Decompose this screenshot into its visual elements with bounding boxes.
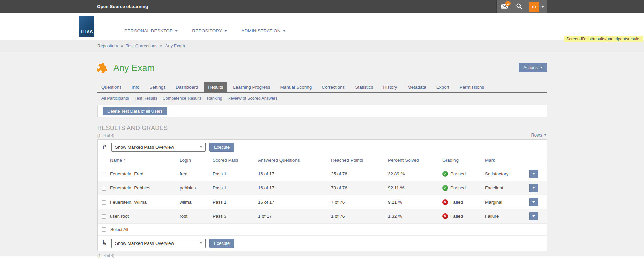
row-checkbox[interactable] [102,172,106,176]
column-header-label: Name [110,158,122,163]
chevron-down-icon [540,67,543,68]
answered-questions: 1 of 17 [258,209,331,223]
row-actions-dropdown-button[interactable] [529,198,538,206]
row-actions-dropdown-button[interactable] [529,212,538,220]
bulk-action-selected-value: Show Marked Pass Overview [115,145,174,150]
admin-toolbar: Delete Test Data of all Users [97,105,547,117]
column-header-reached-points[interactable]: Reached Points [331,155,388,167]
subtab-competence-results[interactable]: Competence Results [163,96,202,101]
topbar-buttons: 2 ro [496,0,547,13]
bulk-action-select-bottom[interactable]: Show Marked Pass Overview ▼ [111,239,206,248]
breadcrumb-item-test-corrections[interactable]: Test Corrections [126,43,157,48]
grading: ✕Failed [442,199,485,205]
row-checkbox[interactable] [102,200,106,205]
user-menu-button[interactable]: ro [526,0,547,13]
column-header-label: Answered Questions [258,158,300,163]
breadcrumb-item-repository[interactable]: Repository [97,43,118,48]
nav-item-personal-desktop[interactable]: PERSONAL DESKTOP [124,28,178,33]
grading: ✓Passed [442,185,485,191]
mail-button[interactable]: 2 [496,0,512,13]
select-caret-icon: ▼ [200,242,202,245]
nav-item-label: ADMINISTRATION [241,28,280,33]
ilias-screen: Open Source eLearning 2 [0,0,644,271]
tab-learning-progress[interactable]: Learning Progress [229,82,274,92]
column-header-mark[interactable]: Mark [485,155,529,167]
nav-item-repository[interactable]: REPOSITORY [192,28,227,33]
tab-bar: QuestionsInfoSettingsDashboardResultsLea… [97,82,547,93]
tab-permissions[interactable]: Permissions [455,82,488,92]
grading: ✕Failed [442,213,485,219]
nav-item-label: REPOSITORY [192,28,222,33]
topbar: Open Source eLearning 2 [0,0,644,13]
breadcrumb-item-any-exam[interactable]: Any Exam [165,43,185,48]
search-button[interactable] [512,0,526,13]
chevron-down-icon [532,187,535,189]
subtab-all-participants[interactable]: All Participants [101,96,129,101]
answered-questions: 16 of 17 [258,195,331,209]
column-header-login[interactable]: Login [180,155,213,167]
tab-info[interactable]: Info [128,82,144,92]
row-actions-dropdown-button[interactable] [529,170,538,178]
actions-button[interactable]: Actions [519,63,547,72]
chevron-down-icon [175,30,178,32]
execute-button-top[interactable]: Execute [209,143,234,152]
tab-results[interactable]: Results [204,82,227,92]
tab-history[interactable]: History [379,82,401,92]
table-title: RESULTS AND GRADES [97,125,547,132]
tab-dashboard[interactable]: Dashboard [172,82,202,92]
answered-questions: 16 of 17 [258,181,331,195]
column-header-name[interactable]: Name↑ [110,155,180,167]
tab-corrections[interactable]: Corrections [318,82,349,92]
scored-pass: Pass 1 [213,181,258,195]
tab-manual-scoring[interactable]: Manual Scoring [276,82,316,92]
table-row: Feuerstein, PebblespebblesPass 116 of 17… [98,181,547,195]
participant-name: Feuerstein, Pebbles [110,181,180,195]
percent-solved: 1.32 % [388,209,442,223]
reached-points: 7 of 76 [331,195,388,209]
participant-login: pebbles [180,181,213,195]
column-header-percent-solved[interactable]: Percent Solved [388,155,442,167]
avatar: ro [529,2,539,12]
rows-dropdown[interactable]: Rows [531,132,547,138]
bulk-action-selected-value: Show Marked Pass Overview [115,241,174,246]
grading-cell: ✕Failed [442,195,485,209]
breadcrumb-bar: Repository»Test Corrections»Any Exam [0,40,644,52]
column-header-label: Scored Pass [213,158,238,163]
column-header-answered-questions[interactable]: Answered Questions [258,155,331,167]
tab-questions[interactable]: Questions [97,82,126,92]
breadcrumb: Repository»Test Corrections»Any Exam [97,40,644,52]
actions-button-label: Actions [523,65,538,70]
row-checkbox[interactable] [102,186,106,191]
row-checkbox[interactable] [102,214,106,219]
reached-points: 70 of 76 [331,181,388,195]
arrow-turn-up-right-icon: ↱ [101,144,108,151]
column-header-label: Mark [485,158,495,163]
subtab-test-results[interactable]: Test Results [135,96,157,101]
tab-metadata[interactable]: Metadata [403,82,430,92]
tab-settings[interactable]: Settings [145,82,170,92]
grading: ✓Passed [442,171,485,177]
scored-pass: Pass 1 [213,167,258,181]
row-actions-dropdown-button[interactable] [529,184,538,192]
participant-login: wilma [180,195,213,209]
column-header-actions [529,155,547,167]
column-header-grading[interactable]: Grading [442,155,485,167]
select-all-checkbox[interactable] [102,227,106,232]
participant-name: Feuerstein, Wilma [110,195,180,209]
tab-export[interactable]: Export [432,82,453,92]
column-header-scored-pass[interactable]: Scored Pass [213,155,258,167]
chevron-down-icon [283,30,286,32]
subtab-review-of-scored-answers[interactable]: Review of Scored Answers [228,96,278,101]
ilias-logo[interactable]: ILIAS [79,16,94,37]
nav-item-administration[interactable]: ADMINISTRATION [241,28,285,33]
delete-test-data-button[interactable]: Delete Test Data of all Users [103,107,167,115]
column-header-label: Grading [442,158,459,163]
bulk-action-select-top[interactable]: Show Marked Pass Overview ▼ [111,143,206,152]
passed-icon: ✓ [442,171,448,177]
subtab-bar: All ParticipantsTest ResultsCompetence R… [97,96,547,101]
subtab-ranking[interactable]: Ranking [207,96,222,101]
pagination-top: (1 - 4 of 4) [97,133,547,138]
tab-statistics[interactable]: Statistics [351,82,377,92]
execute-button-bottom[interactable]: Execute [209,239,234,248]
mark: Marginal [485,195,529,209]
